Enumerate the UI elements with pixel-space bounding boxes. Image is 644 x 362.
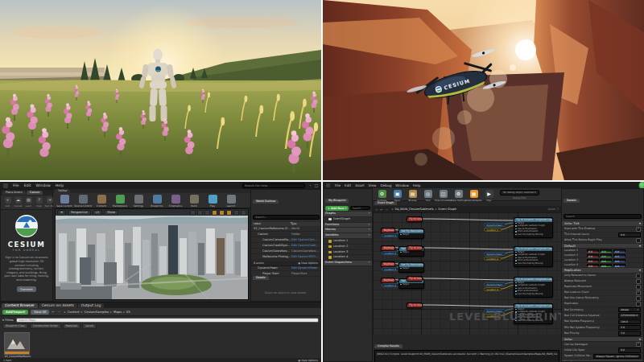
back-icon[interactable]: ←	[52, 310, 55, 314]
connect-button[interactable]: Connect	[17, 286, 36, 292]
my-blueprint-row[interactable]: Graphs +	[324, 212, 372, 217]
bookmark-star-icon[interactable]: ☆	[375, 208, 378, 212]
variable-get-pill[interactable]: Location 2	[382, 251, 399, 255]
node-pin[interactable]: Can Interrupt by Moving	[514, 262, 552, 265]
event-node[interactable]: Keyboard 3	[381, 261, 395, 267]
my-blueprint-row[interactable]: Variables +	[324, 233, 372, 239]
help-search-input[interactable]	[242, 183, 305, 188]
blueprint-toolbar-button[interactable]: ▤ Browse	[406, 190, 419, 202]
main-toolbar-button[interactable]: Content	[93, 195, 109, 208]
details-row[interactable]: Net Update Frequency 100.0	[562, 319, 643, 325]
menu-item[interactable]: Edit	[24, 183, 31, 187]
my-blueprint-row[interactable]: Location 3 +	[324, 250, 372, 256]
main-toolbar-button[interactable]: Source Control	[75, 195, 91, 208]
checkbox[interactable]	[636, 285, 641, 290]
minimize-icon[interactable]: –	[310, 183, 312, 187]
my-blueprint-tab[interactable]: My Blueprint	[325, 199, 349, 203]
breadcrumb-item[interactable]: 04_MAIN_CesiumSublevels	[390, 208, 434, 211]
compiler-results-tab[interactable]: Compiler Results	[374, 344, 402, 348]
main-toolbar-button[interactable]: Play	[204, 195, 221, 208]
my-blueprint-row[interactable]: Functions +	[324, 223, 372, 228]
scale-tool-icon[interactable]	[204, 210, 210, 216]
x-field[interactable]: 0.0	[587, 249, 599, 253]
event-node[interactable]: Keyboard 1	[381, 228, 395, 233]
menu-item[interactable]: File	[13, 183, 19, 187]
show-flags-button[interactable]: Show	[104, 210, 118, 216]
value-field[interactable]: 3.0	[618, 331, 641, 335]
details-row[interactable]: Initial Life Span 0.0	[562, 348, 643, 353]
checkbox[interactable]	[636, 238, 641, 243]
add-icon[interactable]: +	[368, 223, 370, 228]
menu-item[interactable]: Window	[36, 183, 51, 187]
tab-place-actors[interactable]: Place Actors	[2, 191, 26, 195]
save-all-button[interactable]: Save All	[31, 310, 49, 315]
forward-icon[interactable]: →	[57, 310, 60, 314]
value-field[interactable]: Awake	[618, 307, 641, 312]
node-pin[interactable]: Can Interrupt by Moving	[514, 293, 552, 296]
filter-chip[interactable]: Materials	[63, 323, 81, 329]
function-node[interactable]: Fly to Location Longitude Latitude Heigh…	[514, 217, 553, 238]
my-blueprint-row[interactable]: Location 4 +	[324, 255, 372, 261]
add-icon[interactable]: +	[368, 212, 370, 216]
vector-get-pill[interactable]: Location 3	[484, 287, 502, 291]
value-field[interactable]: 225000000.0	[618, 313, 641, 318]
details-row[interactable]: Net Cull Distance Squared 225000000.0	[562, 313, 643, 319]
details-search-input[interactable]	[564, 214, 642, 218]
menu-item[interactable]: Edit	[345, 183, 351, 187]
menu-item[interactable]: Help	[56, 183, 64, 187]
add-icon[interactable]: +	[368, 228, 370, 232]
main-toolbar-button[interactable]: Build	[186, 195, 202, 208]
graph-forward-icon[interactable]: →	[386, 208, 388, 212]
add-new-button[interactable]: + Add New ▾	[325, 206, 349, 211]
main-toolbar-button[interactable]: Save Current	[56, 195, 72, 208]
my-blueprint-row[interactable]: Macros +	[324, 228, 372, 233]
event-node[interactable]: Keyboard 2	[381, 245, 395, 251]
custom-event-node[interactable]: Fly to Location 4	[407, 302, 423, 308]
outliner-row[interactable]: CesiumCreditSystemDefaultEdit CesiumCred…	[251, 243, 320, 249]
value-field[interactable]: 2.0	[618, 325, 641, 330]
rotate-tool-icon[interactable]	[197, 210, 203, 216]
blueprint-toolbar-button[interactable]: ▣ Save	[390, 190, 404, 202]
vector-get-pill[interactable]: Location 2	[484, 257, 502, 261]
event-graph-canvas[interactable]: Keyboard 1 Location 1 Set Fly Destinatio…	[373, 212, 561, 335]
cesium-toolbar-button[interactable]: + Add	[3, 197, 12, 208]
checkbox[interactable]	[636, 227, 641, 232]
main-toolbar-button[interactable]: Settings	[130, 195, 147, 208]
maximize-viewport-icon[interactable]	[241, 210, 246, 216]
details-row[interactable]: Always Relevant	[562, 279, 643, 285]
value-field[interactable]: Always Spawn, Ignore Collisions	[593, 354, 641, 359]
checkbox[interactable]	[636, 342, 641, 347]
blueprint-toolbar-button[interactable]: ▦ Class Defaults	[467, 190, 481, 202]
tab-content-browser[interactable]: Content Browser	[2, 303, 38, 308]
outliner-search-input[interactable]	[253, 215, 320, 219]
tab-cesium-ion-assets[interactable]: Cesium ion Assets	[39, 303, 77, 308]
y-field[interactable]: 0.0	[600, 264, 612, 267]
details-row[interactable]: Spawn Collision Handling Method Always S…	[562, 354, 643, 360]
details-row[interactable]: Net Priority 3.0	[562, 331, 643, 336]
x-field[interactable]: 0.0	[587, 264, 599, 267]
pawn-get-pill[interactable]: DynamicPawn	[484, 223, 506, 227]
z-field[interactable]: 0.0	[613, 254, 625, 257]
tab-cesium[interactable]: Cesium	[27, 191, 43, 195]
menu-item[interactable]: Window	[395, 183, 409, 187]
world-outliner-tab[interactable]: World Outliner	[253, 200, 279, 204]
value-field[interactable]: 0.0	[618, 232, 641, 237]
menu-item[interactable]: Debug	[381, 183, 392, 187]
event-graph-tab[interactable]: Event Graph	[374, 201, 397, 205]
value-field[interactable]: 0.0	[618, 348, 641, 352]
event-node[interactable]: Keyboard 4	[381, 278, 395, 283]
blueprint-toolbar-button[interactable]: ◫ Hide Unrelated	[436, 190, 450, 202]
my-blueprint-row[interactable]: EventGraph +	[324, 217, 372, 223]
main-toolbar-button[interactable]: Marketplace	[112, 195, 128, 208]
variable-get-pill[interactable]: Location 4	[382, 283, 399, 287]
details-row[interactable]: Net Dormancy Awake	[562, 307, 643, 313]
my-blueprint-row[interactable]: Location 2 +	[324, 245, 372, 250]
x-field[interactable]: 0.0	[587, 254, 599, 257]
variable-get-pill[interactable]: Location 3	[382, 267, 399, 271]
outliner-row[interactable]: CesiumGeoreferenceCesiumGeoreference	[251, 249, 320, 254]
menu-item[interactable]: View	[369, 183, 377, 187]
my-blueprint-row[interactable]: Event Dispatchers +	[324, 261, 372, 266]
filters-button[interactable]: ▾ Filters	[2, 319, 14, 322]
camera-speed-icon[interactable]	[233, 210, 239, 216]
custom-event-node[interactable]: Fly to Location 3	[407, 276, 423, 282]
